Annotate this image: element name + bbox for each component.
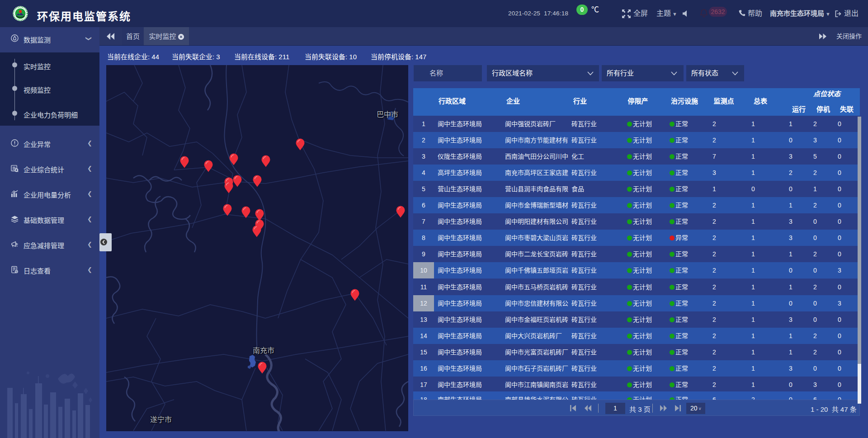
svg-text:巴中市: 巴中市 (377, 111, 398, 118)
svg-text:遂宁市: 遂宁市 (150, 416, 172, 424)
svg-text:南充市: 南充市 (253, 347, 274, 354)
